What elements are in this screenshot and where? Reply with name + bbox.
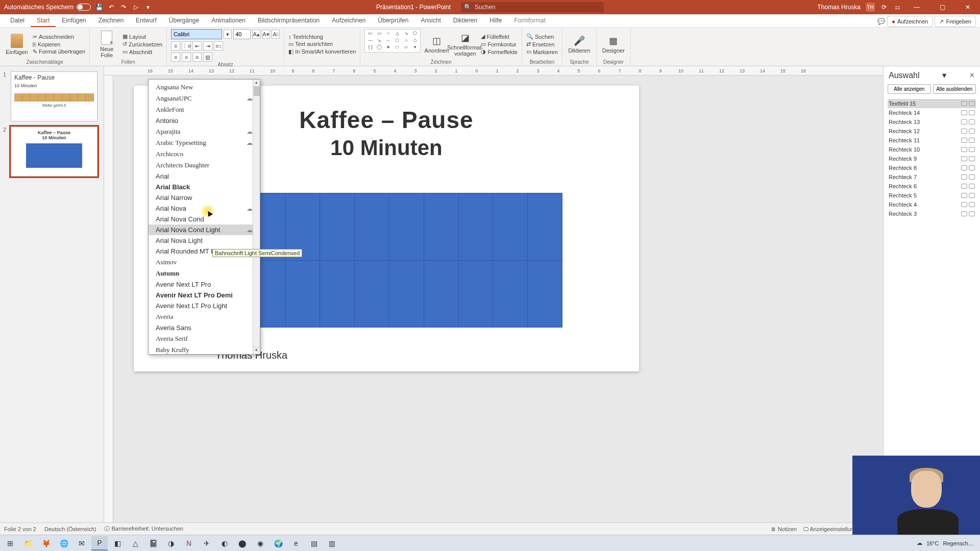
group-paragraph: Absatz [171, 62, 280, 66]
layout-button[interactable]: ▦ Layout [122, 33, 162, 40]
reset-button[interactable]: ↺ Zurücksetzen [122, 41, 162, 47]
minimize-button[interactable]: — [906, 0, 927, 14]
section-button[interactable]: ▭ Abschnitt [122, 48, 162, 55]
columns-button[interactable]: ▥ [203, 53, 212, 62]
qat-more-icon[interactable]: ▾ [144, 3, 152, 11]
increase-font-button[interactable]: A▴ [252, 30, 260, 39]
autosave-toggle[interactable]: Automatisches Speichern [4, 4, 91, 11]
shape-effects-button[interactable]: ◑ Formeffekte [481, 48, 518, 55]
tab-bildschirm[interactable]: Bildschirmpräsentation [252, 14, 326, 27]
record-button[interactable]: ●Aufzeichnen [887, 16, 933, 27]
comments-icon[interactable]: 💬 [877, 17, 885, 26]
indent-left-button[interactable]: ⇤ [192, 41, 202, 51]
group-clipboard: Zwischenablage [4, 59, 85, 66]
autosave-label: Automatisches Speichern [4, 4, 74, 11]
maximize-button[interactable]: ▢ [932, 0, 952, 14]
tab-formformat[interactable]: Formformat [508, 14, 552, 27]
doc-title: Präsentation1 - PowerPoint [376, 4, 451, 11]
ribbon: Einfügen ✂ Ausschneiden ⎘ Kopieren ✎ For… [0, 28, 980, 66]
shapes-gallery[interactable]: ▭▭○△↘⬠ —↘↔⬡☆◇ { }◯➤⬭▱▾ [364, 29, 421, 53]
group-edit: Bearbeiten [526, 59, 558, 66]
dictate-button[interactable]: 🎤Diktieren [567, 29, 592, 59]
new-slide-button[interactable]: Neue Folie [94, 29, 119, 59]
text-align-button[interactable]: ▭ Text ausrichten [288, 41, 356, 47]
tab-zeichnen[interactable]: Zeichnen [92, 14, 130, 27]
sync-icon[interactable]: ⟳ [880, 3, 888, 11]
font-size-input[interactable] [233, 29, 251, 39]
tab-diktieren[interactable]: Diktieren [447, 14, 483, 27]
replace-button[interactable]: ⇄ Ersetzen [526, 41, 558, 47]
tab-einfuegen[interactable]: Einfügen [56, 14, 92, 27]
tab-hilfe[interactable]: Hilfe [483, 14, 508, 27]
toggle-icon [77, 4, 91, 11]
slideshow-icon[interactable]: ▷ [132, 3, 140, 11]
shape-outline-button[interactable]: ▭ Formkontur [481, 41, 518, 47]
decrease-font-button[interactable]: A▾ [262, 30, 270, 39]
cut-button[interactable]: ✂ Ausschneiden [33, 34, 85, 40]
align-center-button[interactable]: ≡ [182, 53, 191, 62]
tab-datei[interactable]: Datei [4, 14, 31, 27]
select-button[interactable]: ▭ Markieren [526, 48, 558, 55]
window-options-icon[interactable]: ⚏ [893, 3, 901, 11]
close-button[interactable]: ✕ [958, 0, 978, 14]
align-left-button[interactable]: ≡ [171, 53, 180, 62]
copy-button[interactable]: ⎘ Kopieren [33, 41, 85, 47]
group-voice: Sprache [567, 59, 592, 66]
user-avatar[interactable]: TH [866, 3, 875, 12]
tab-ansicht[interactable]: Ansicht [414, 14, 447, 27]
tab-aufzeichnen[interactable]: Aufzeichnen [326, 14, 372, 27]
record-label: Aufzeichnen [897, 18, 928, 24]
text-direction-button[interactable]: ↕ Textrichtung [288, 34, 356, 40]
group-designer: Designer [601, 59, 626, 66]
tab-animationen[interactable]: Animationen [205, 14, 252, 27]
line-spacing-button[interactable]: ≡↕ [214, 41, 223, 51]
user-name: Thomas Hruska [817, 4, 861, 11]
search-box[interactable]: 🔍 Suchen [461, 2, 604, 12]
search-icon: 🔍 [464, 4, 472, 11]
group-slides: Folien [94, 59, 162, 66]
font-dropdown-button[interactable]: ▾ [224, 30, 232, 39]
share-button[interactable]: ↗Freigeben [935, 16, 976, 27]
ribbon-tabs: Datei Start Einfügen Zeichnen Entwurf Üb… [0, 14, 980, 28]
paste-icon [11, 34, 23, 48]
paste-button[interactable]: Einfügen [4, 29, 30, 59]
format-painter-button[interactable]: ✎ Format übertragen [33, 48, 85, 55]
find-button[interactable]: 🔍 Suchen [526, 33, 558, 40]
search-placeholder: Suchen [475, 4, 496, 11]
new-slide-icon [101, 31, 112, 45]
undo-icon[interactable]: ↶ [107, 3, 115, 11]
designer-button[interactable]: ▦Designer [601, 29, 626, 59]
group-draw: Zeichnen [364, 59, 518, 66]
tab-start[interactable]: Start [31, 14, 56, 27]
arrange-button[interactable]: ◫Anordnen [424, 29, 449, 59]
share-label: Freigeben [946, 18, 971, 24]
font-name-input[interactable] [171, 29, 222, 39]
paste-label: Einfügen [6, 49, 28, 55]
indent-right-button[interactable]: ⇥ [203, 41, 212, 51]
numbering-button[interactable]: ⋮≡ [182, 41, 191, 51]
titlebar: Automatisches Speichern 💾 ↶ ↷ ▷ ▾ Präsen… [0, 0, 980, 14]
tab-uebergaenge[interactable]: Übergänge [163, 14, 205, 27]
bullets-button[interactable]: ≡ [171, 41, 180, 51]
align-right-button[interactable]: ≡ [192, 53, 202, 62]
new-slide-label: Neue Folie [100, 46, 113, 58]
redo-icon[interactable]: ↷ [119, 3, 128, 11]
quick-styles-button[interactable]: ◪Schnellformat- vorlagen [452, 29, 478, 59]
save-icon[interactable]: 💾 [95, 3, 103, 11]
tab-entwurf[interactable]: Entwurf [130, 14, 163, 27]
smartart-button[interactable]: ◧ In SmartArt konvertieren [288, 48, 356, 55]
tab-ueberpruefen[interactable]: Überprüfen [372, 14, 414, 27]
clear-format-button[interactable]: Aͯ [272, 30, 280, 39]
shape-fill-button[interactable]: ◢ Fülleffekt [481, 33, 518, 40]
